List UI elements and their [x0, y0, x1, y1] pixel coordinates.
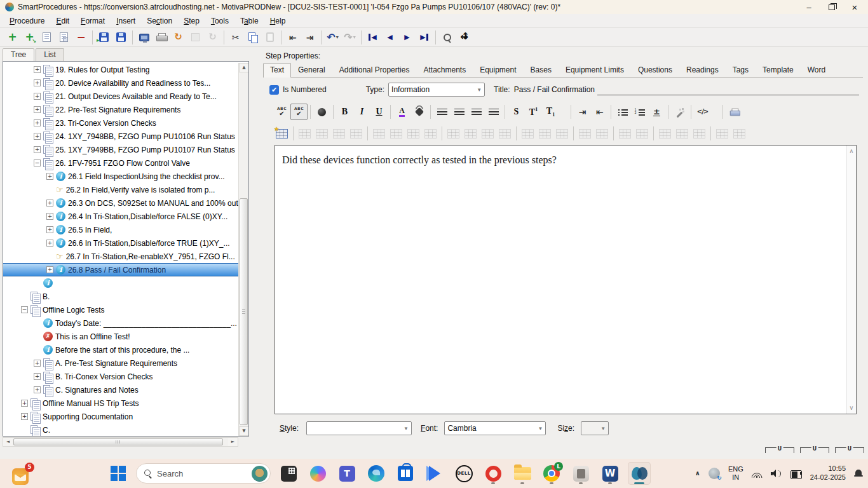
menu-item-section[interactable]: Section	[141, 15, 178, 27]
tree-item[interactable]: +Offline Manual HS Trip Tests	[3, 396, 238, 410]
tab-equipment-limits[interactable]: Equipment Limits	[559, 63, 631, 77]
collapse-minus-icon[interactable]: −	[21, 306, 28, 313]
dell-icon[interactable]: DELL	[452, 462, 475, 485]
superscript-button[interactable]: T1	[525, 104, 542, 120]
menu-item-insert[interactable]: Insert	[111, 15, 141, 27]
tab-word[interactable]: Word	[801, 63, 832, 77]
format-painter-button[interactable]	[671, 104, 688, 120]
start-button[interactable]	[107, 462, 130, 485]
tree-item[interactable]: +i26.6 In Tri-Station,Disable/force TRUE…	[3, 236, 238, 250]
refresh-button[interactable]: ↻	[170, 29, 187, 45]
power-automate-icon[interactable]	[423, 462, 446, 485]
spell-check-button[interactable]: ABC✔	[273, 104, 290, 120]
add-substep-button[interactable]: +↘	[21, 29, 38, 45]
snipping-tool-icon[interactable]	[569, 462, 592, 485]
edge-icon[interactable]	[365, 462, 388, 485]
tree-item[interactable]: +22. Pre-Test Signature Requirements	[3, 103, 238, 116]
expand-plus-icon[interactable]: +	[46, 213, 53, 220]
tree-item[interactable]: +i26.1 Field InspectionUsing the checkli…	[3, 170, 238, 183]
delete-step-button[interactable]: −	[72, 29, 90, 45]
plus-minus-button[interactable]: ±	[648, 104, 665, 120]
menu-item-table[interactable]: Table	[234, 15, 264, 27]
tab-template[interactable]: Template	[756, 63, 801, 77]
step-text[interactable]: Did these devices function correctly as …	[282, 154, 839, 166]
maximize-button[interactable]	[827, 3, 836, 11]
expand-plus-icon[interactable]: +	[46, 200, 53, 207]
find-button[interactable]	[438, 29, 456, 45]
tree-item[interactable]: +C. Signatures and Notes	[3, 383, 238, 396]
first-step-button[interactable]: ◀	[364, 29, 381, 45]
tab-readings[interactable]: Readings	[679, 63, 726, 77]
panel-tab-list[interactable]: List	[36, 48, 64, 61]
tree-item[interactable]: +i26.8 Pass / Fail Confirmation	[3, 263, 238, 276]
tree-item[interactable]: +19. Rules for Output Testing	[3, 63, 238, 76]
bold-button[interactable]: B	[336, 104, 353, 120]
tree-item[interactable]: +i26.5 In Field,	[3, 223, 238, 236]
expand-plus-icon[interactable]: +	[21, 413, 28, 420]
editor-scrollbar[interactable]: ∧ ∨	[846, 146, 856, 414]
underline-button[interactable]: U	[370, 104, 388, 120]
tab-bases[interactable]: Bases	[524, 63, 559, 77]
numbered-list-button[interactable]	[631, 104, 648, 120]
tree-item[interactable]: C.	[3, 423, 238, 436]
type-dropdown[interactable]: Information ▼	[388, 83, 485, 97]
align-justify-button[interactable]	[485, 104, 502, 120]
opera-icon[interactable]	[482, 462, 505, 485]
expand-plus-icon[interactable]: +	[34, 79, 41, 86]
tree-item[interactable]: B.	[3, 290, 238, 303]
expand-plus-icon[interactable]: +	[34, 360, 41, 367]
tree-item[interactable]: −26. 1FV-7951 FZGO Flow Control Valve	[3, 156, 238, 170]
tree-item[interactable]: ✗This is an Offline Test!	[3, 330, 238, 343]
tree-item[interactable]: ☞26.7 In Tri-Station,Re-enableXY_7951, F…	[3, 250, 238, 263]
copy-button[interactable]	[244, 29, 261, 45]
expand-plus-icon[interactable]: +	[46, 240, 53, 247]
outline-view-button[interactable]	[38, 29, 55, 45]
tree-item[interactable]: +A. Pre-Test Signature Requirements	[3, 356, 238, 370]
menu-item-format[interactable]: Format	[75, 15, 111, 27]
font-dropdown[interactable]: Cambria ▼	[444, 421, 546, 435]
copilot-icon[interactable]	[306, 462, 329, 485]
tree-item[interactable]: +21. Output Devices Available and Ready …	[3, 90, 238, 103]
size-dropdown[interactable]: ▼	[581, 421, 609, 435]
minimize-button[interactable]: –	[804, 3, 813, 11]
expand-plus-icon[interactable]: +	[34, 119, 41, 126]
outline-view-2-button[interactable]	[55, 29, 72, 45]
tree-item[interactable]: i	[3, 276, 238, 290]
tab-general[interactable]: General	[291, 63, 332, 77]
print-step-button[interactable]	[726, 104, 743, 120]
wifi-icon[interactable]	[752, 470, 763, 478]
undo-button[interactable]: ↶▾	[324, 29, 341, 45]
tab-tags[interactable]: Tags	[726, 63, 756, 77]
tray-expand-chevron-icon[interactable]: ∧	[695, 470, 700, 477]
highlight-color-button[interactable]	[410, 104, 428, 120]
expand-plus-icon[interactable]: +	[34, 93, 41, 100]
tree-item[interactable]: +B. Tri-Conex Version Checks	[3, 370, 238, 383]
save-button[interactable]	[112, 29, 130, 45]
tree-item[interactable]: iToday's Date: _________________________…	[3, 316, 238, 330]
expand-plus-icon[interactable]: +	[34, 66, 41, 73]
tab-equipment[interactable]: Equipment	[473, 63, 523, 77]
style-dropdown[interactable]: ▼	[306, 421, 412, 435]
taskbar-clock[interactable]: 10:55 24-02-2025	[810, 464, 846, 482]
last-step-button[interactable]: ▶	[416, 29, 433, 45]
step-text-editor[interactable]: Did these devices function correctly as …	[275, 145, 857, 414]
tree-item[interactable]: +24. 1XY_7948BB, FZGO Pump PU10106 Run S…	[3, 130, 238, 143]
add-step-button[interactable]: +	[4, 29, 21, 45]
tree-item[interactable]: ☞26.2 In Field,Verify valve is isolated …	[3, 183, 238, 196]
menu-item-help[interactable]: Help	[264, 15, 292, 27]
tab-questions[interactable]: Questions	[631, 63, 679, 77]
scroll-down-arrow-icon[interactable]: ▼	[239, 426, 249, 436]
cut-button[interactable]: ✂	[227, 29, 244, 45]
auto-spell-check-button[interactable]: ABC✔	[290, 104, 308, 120]
network-sync-icon[interactable]	[709, 468, 720, 479]
align-right-button[interactable]	[468, 104, 485, 120]
scroll-left-arrow-icon[interactable]: ◄	[3, 438, 13, 446]
scroll-down-chevron-icon[interactable]: ∨	[847, 403, 856, 412]
collapse-minus-icon[interactable]: −	[34, 159, 41, 166]
subscript-button[interactable]: T1	[542, 104, 559, 120]
expand-plus-icon[interactable]: +	[46, 173, 53, 180]
scroll-up-arrow-icon[interactable]: ▲	[239, 63, 249, 72]
tab-additional-properties[interactable]: Additional Properties	[332, 63, 417, 77]
file-explorer-icon[interactable]	[511, 462, 534, 485]
smartprocedures-taskbar-icon[interactable]	[628, 462, 651, 485]
